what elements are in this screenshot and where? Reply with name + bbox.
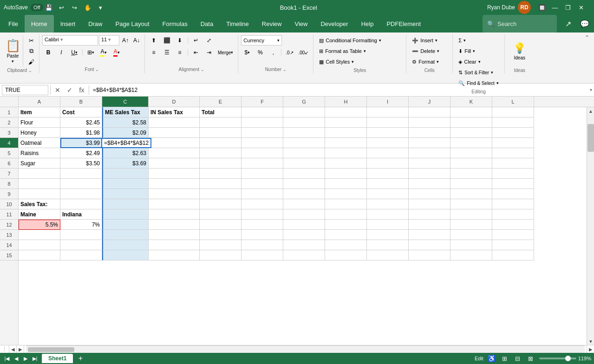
align-right-button[interactable]: ≡	[174, 47, 186, 58]
cell-I2[interactable]	[367, 117, 409, 128]
cell-D7[interactable]	[149, 169, 200, 179]
fill-button[interactable]: ⬇ Fill ▾	[456, 46, 478, 56]
cell-K10[interactable]	[450, 199, 492, 209]
cell-A2[interactable]: Flour	[19, 117, 60, 128]
cell-G3[interactable]	[283, 128, 325, 138]
increase-font-button[interactable]: A↑	[120, 35, 131, 46]
cell-I3[interactable]	[367, 128, 409, 138]
row-header-6[interactable]: 6	[0, 158, 18, 169]
restore-button[interactable]: ❐	[562, 2, 574, 13]
cell-K5[interactable]	[450, 148, 492, 158]
cell-E14[interactable]	[200, 240, 242, 250]
sheet-nav-first[interactable]: |◀	[3, 354, 11, 363]
cell-I10[interactable]	[367, 199, 409, 209]
cell-K15[interactable]	[450, 250, 492, 260]
cell-J8[interactable]	[409, 179, 450, 189]
align-middle-button[interactable]: ⬛	[161, 35, 173, 46]
cell-E2[interactable]	[200, 117, 242, 128]
col-header-K[interactable]: K	[450, 97, 492, 107]
cell-L7[interactable]	[492, 169, 534, 179]
cell-B2[interactable]: $2.45	[60, 117, 102, 128]
cell-D15[interactable]	[149, 250, 200, 260]
cell-A9[interactable]	[19, 189, 60, 199]
cell-J13[interactable]	[409, 230, 450, 240]
cell-F4[interactable]	[242, 138, 283, 148]
cell-F13[interactable]	[242, 230, 283, 240]
ribbon-collapse-button[interactable]: ⌃	[583, 33, 591, 42]
menu-developer[interactable]: Developer	[314, 15, 354, 32]
cancel-formula-button[interactable]: ✕	[52, 85, 63, 95]
share-button[interactable]: ↗	[561, 16, 575, 31]
cell-G14[interactable]	[283, 240, 325, 250]
cell-B3[interactable]: $1.98	[60, 128, 102, 138]
row-header-11[interactable]: 11	[0, 209, 18, 220]
cell-F8[interactable]	[242, 179, 283, 189]
autosum-dropdown[interactable]: ▾	[463, 38, 466, 43]
underline-button[interactable]: U ▾	[68, 47, 80, 58]
cell-F11[interactable]	[242, 209, 283, 220]
decrease-decimal-button[interactable]: .00↙	[296, 47, 310, 58]
cell-J4[interactable]	[409, 138, 450, 148]
cell-H6[interactable]	[325, 158, 367, 169]
cell-K11[interactable]	[450, 209, 492, 220]
accounting-button[interactable]: $▾	[241, 47, 253, 58]
ideas-button[interactable]: 💡 Ideas	[508, 35, 532, 67]
cell-G7[interactable]	[283, 169, 325, 179]
cell-H9[interactable]	[325, 189, 367, 199]
cell-I8[interactable]	[367, 179, 409, 189]
cell-F2[interactable]	[242, 117, 283, 128]
cell-D8[interactable]	[149, 179, 200, 189]
cell-L5[interactable]	[492, 148, 534, 158]
cell-D2[interactable]	[149, 117, 200, 128]
cell-B6[interactable]: $3.50	[60, 158, 102, 169]
cell-A13[interactable]	[19, 230, 60, 240]
cell-H15[interactable]	[325, 250, 367, 260]
cell-G4[interactable]	[283, 138, 325, 148]
cell-I1[interactable]	[367, 107, 409, 117]
cell-L8[interactable]	[492, 179, 534, 189]
clear-dropdown[interactable]: ▾	[478, 59, 481, 64]
comma-button[interactable]: ,	[267, 47, 279, 58]
format-button[interactable]: ⚙ Format ▾	[409, 57, 442, 67]
cell-K7[interactable]	[450, 169, 492, 179]
sheet-nav-prev[interactable]: ◀	[12, 354, 20, 363]
cell-L3[interactable]	[492, 128, 534, 138]
cell-H1[interactable]	[325, 107, 367, 117]
zoom-slider[interactable]	[539, 358, 576, 359]
row-header-7[interactable]: 7	[0, 169, 18, 179]
cell-H7[interactable]	[325, 169, 367, 179]
row-header-9[interactable]: 9	[0, 189, 18, 199]
cell-C14[interactable]	[102, 240, 149, 250]
normal-view-button[interactable]: ⊞	[500, 354, 509, 363]
menu-review[interactable]: Review	[255, 15, 288, 32]
align-left-button[interactable]: ≡	[148, 47, 160, 58]
cell-C13[interactable]	[102, 230, 149, 240]
autosave-toggle[interactable]: Off	[31, 4, 43, 11]
zoom-thumb[interactable]	[565, 356, 571, 361]
ribbon-display-button[interactable]: 🔲	[536, 2, 548, 13]
cell-I5[interactable]	[367, 148, 409, 158]
cell-A3[interactable]: Honey	[19, 128, 60, 138]
cell-G8[interactable]	[283, 179, 325, 189]
row-header-3[interactable]: 3	[0, 128, 18, 138]
sort-filter-button[interactable]: ⇅ Sort & Filter ▾	[456, 67, 496, 78]
autosum-button[interactable]: Σ ▾	[456, 35, 469, 46]
cell-A6[interactable]: Sugar	[19, 158, 60, 169]
hscroll-thumb[interactable]	[28, 347, 74, 352]
cell-F5[interactable]	[242, 148, 283, 158]
cell-H11[interactable]	[325, 209, 367, 220]
find-select-button[interactable]: 🔍 Find & Select ▾	[456, 78, 501, 88]
cell-E4[interactable]	[200, 138, 242, 148]
search-box[interactable]: 🔍 Search	[483, 15, 557, 32]
cell-E8[interactable]	[200, 179, 242, 189]
cell-K4[interactable]	[450, 138, 492, 148]
delete-button[interactable]: ➖ Delete ▾	[409, 46, 442, 56]
cell-K8[interactable]	[450, 179, 492, 189]
insert-function-button[interactable]: fx	[77, 85, 87, 95]
page-layout-button[interactable]: ⊟	[513, 354, 522, 363]
row-header-8[interactable]: 8	[0, 179, 18, 189]
format-as-table-button[interactable]: ⊞ Format as Table ▾	[316, 46, 369, 56]
cell-K9[interactable]	[450, 189, 492, 199]
cell-I11[interactable]	[367, 209, 409, 220]
wrap-text-button[interactable]: ↵	[190, 35, 202, 46]
